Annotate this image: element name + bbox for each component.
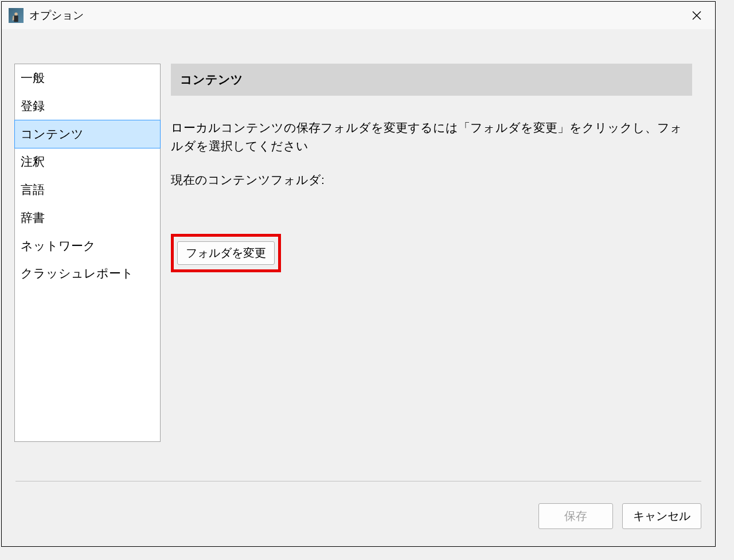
sidebar-item-content[interactable]: コンテンツ — [14, 120, 161, 149]
highlight-box: フォルダを変更 — [171, 234, 281, 272]
section-header: コンテンツ — [171, 64, 692, 96]
options-dialog: オプション 一般 登録 コンテンツ 注釈 言語 辞書 ネットワーク クラッシュレ… — [1, 1, 716, 547]
save-button[interactable]: 保存 — [538, 503, 613, 529]
titlebar-left: オプション — [9, 8, 84, 23]
content-area: 一般 登録 コンテンツ 注釈 言語 辞書 ネットワーク クラッシュレポート コン… — [2, 29, 715, 488]
close-button[interactable] — [685, 6, 708, 25]
sidebar: 一般 登録 コンテンツ 注釈 言語 辞書 ネットワーク クラッシュレポート — [14, 64, 161, 442]
titlebar: オプション — [2, 2, 715, 29]
footer: 保存 キャンセル — [2, 469, 715, 546]
description-text: ローカルコンテンツの保存フォルダを変更するには「フォルダを変更」をクリックし、フ… — [171, 119, 692, 155]
sidebar-item-crash-report[interactable]: クラッシュレポート — [15, 260, 160, 288]
cancel-button[interactable]: キャンセル — [622, 503, 701, 529]
window-title: オプション — [29, 8, 84, 23]
sidebar-item-dictionary[interactable]: 辞書 — [15, 204, 160, 232]
current-folder-label: 現在のコンテンツフォルダ: — [171, 172, 692, 188]
main-panel: コンテンツ ローカルコンテンツの保存フォルダを変更するには「フォルダを変更」をク… — [171, 64, 704, 476]
svg-point-0 — [14, 13, 18, 16]
close-icon — [692, 11, 701, 20]
sidebar-item-language[interactable]: 言語 — [15, 176, 160, 204]
sidebar-item-network[interactable]: ネットワーク — [15, 232, 160, 260]
footer-buttons: 保存 キャンセル — [15, 503, 701, 529]
sidebar-item-annotation[interactable]: 注釈 — [15, 148, 160, 176]
change-folder-button[interactable]: フォルダを変更 — [177, 241, 275, 265]
sidebar-item-registration[interactable]: 登録 — [15, 92, 160, 120]
sidebar-item-general[interactable]: 一般 — [15, 64, 160, 92]
app-icon — [9, 8, 24, 23]
footer-separator — [15, 481, 701, 481]
